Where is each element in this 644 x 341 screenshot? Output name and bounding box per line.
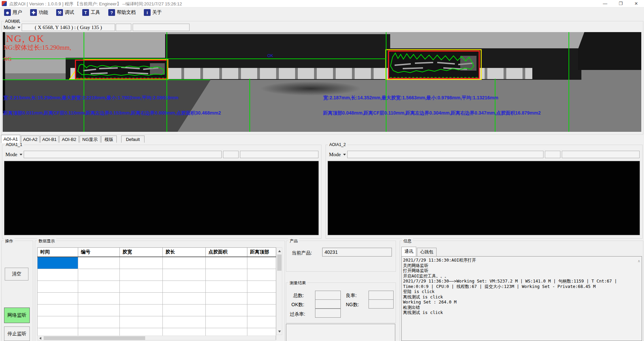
toolbar-button-about[interactable]: i 关于 <box>142 8 163 17</box>
table-cell[interactable] <box>163 281 206 293</box>
table-row[interactable] <box>38 281 276 293</box>
table-cell[interactable] <box>120 269 163 281</box>
table-row[interactable] <box>38 316 276 328</box>
glue-region-right <box>382 46 484 81</box>
panel-left-image[interactable] <box>4 161 319 235</box>
communication-log[interactable]: 2021/7/29 11:36:30:AOI程序打开 关闭网络监听 打开网络监听… <box>401 256 642 341</box>
panel-right-field-3[interactable] <box>562 151 640 158</box>
table-cell[interactable] <box>38 269 78 281</box>
table-cell[interactable] <box>247 257 276 269</box>
log-scroll-up-icon[interactable]: ∧ <box>638 259 640 263</box>
panel-left-field-1[interactable] <box>24 151 222 158</box>
table-cell[interactable] <box>120 281 163 293</box>
column-header-glue-width[interactable]: 胶宽 <box>120 248 163 257</box>
camera-mode-field-wide[interactable] <box>133 24 190 31</box>
table-cell[interactable] <box>163 293 206 305</box>
table-cell[interactable] <box>120 305 163 316</box>
panel-right-field-2[interactable] <box>545 151 560 158</box>
table-cell[interactable] <box>38 293 78 305</box>
table-cell[interactable] <box>78 269 120 281</box>
table-cell[interactable] <box>38 316 78 328</box>
close-button[interactable]: ✕ <box>629 0 644 7</box>
scroll-left-icon[interactable] <box>39 337 41 340</box>
tab-ng-display[interactable]: NG显示 <box>80 136 101 143</box>
table-cell[interactable] <box>78 293 120 305</box>
table-cell[interactable] <box>120 257 163 269</box>
crosshair-vertical-6 <box>569 32 569 132</box>
scrollbar-thumb[interactable] <box>44 336 145 340</box>
network-listen-button[interactable]: 网络监听 <box>4 308 30 323</box>
tab-aoi-b1[interactable]: AOI-B1 <box>40 136 59 143</box>
tab-heartbeat[interactable]: 心跳包 <box>417 248 437 256</box>
table-cell[interactable] <box>247 269 276 281</box>
panel-left-mode-dropdown[interactable]: Mode <box>5 151 22 158</box>
tab-communication[interactable]: 通讯 <box>401 247 416 256</box>
maximize-button[interactable]: ❐ <box>613 0 628 7</box>
table-cell[interactable] <box>206 305 247 316</box>
camera-mode-field-small[interactable] <box>116 24 131 31</box>
table-cell[interactable] <box>163 257 206 269</box>
table-cell[interactable] <box>206 269 247 281</box>
ng-flag-text: NG <box>3 56 12 63</box>
toolbar-button-function[interactable]: ✚ 功能 <box>29 8 49 17</box>
panel-right-image[interactable] <box>328 161 640 235</box>
table-cell[interactable] <box>38 257 78 269</box>
table-cell[interactable] <box>78 257 120 269</box>
table-cell[interactable] <box>247 316 276 328</box>
table-cell[interactable] <box>247 305 276 316</box>
mode-label: Mode <box>3 25 15 30</box>
table-cell[interactable] <box>163 316 206 328</box>
toolbar-button-help[interactable]: ? 帮助文档 <box>107 8 137 17</box>
table-row[interactable] <box>38 257 276 269</box>
table-cell[interactable] <box>163 305 206 316</box>
table-cell[interactable] <box>206 316 247 328</box>
table-horizontal-scrollbar[interactable] <box>37 336 276 340</box>
column-header-glue-length[interactable]: 胶长 <box>163 248 206 257</box>
tab-aoi-b2[interactable]: AOI-B2 <box>59 136 79 143</box>
panel-left-field-3[interactable] <box>240 151 318 158</box>
scroll-up-icon[interactable] <box>278 250 281 252</box>
scroll-down-icon[interactable] <box>278 331 281 333</box>
table-cell[interactable] <box>247 281 276 293</box>
column-header-glue-area[interactable]: 点胶面积 <box>206 248 247 257</box>
tab-default[interactable]: Default <box>121 136 145 143</box>
operation-group: 操作 <box>1 241 33 341</box>
stop-listen-button[interactable]: 停止监听 <box>4 326 30 341</box>
tab-template[interactable]: 模版 <box>101 136 117 143</box>
table-cell[interactable] <box>78 305 120 316</box>
tab-aoi-a2[interactable]: AOI-A2 <box>21 136 40 143</box>
table-row[interactable] <box>38 305 276 316</box>
table-cell[interactable] <box>38 305 78 316</box>
toolbar-button-debug[interactable]: ⚒ 调试 <box>55 8 75 17</box>
clear-button[interactable]: 清空 <box>5 268 28 281</box>
minimize-button[interactable]: — <box>598 0 613 7</box>
table-cell[interactable] <box>206 293 247 305</box>
table-row[interactable] <box>38 269 276 281</box>
table-row[interactable] <box>38 293 276 305</box>
table-cell[interactable] <box>120 316 163 328</box>
table-cell[interactable] <box>78 316 120 328</box>
column-header-top-distance[interactable]: 距离顶部 <box>247 248 276 257</box>
panel-right-mode-dropdown[interactable]: Mode <box>329 151 346 158</box>
column-header-time[interactable]: 时间 <box>38 248 78 257</box>
camera-mode-dropdown[interactable]: Mode <box>3 24 20 31</box>
table-vertical-scrollbar[interactable] <box>276 247 282 335</box>
table-cell[interactable] <box>206 281 247 293</box>
column-header-id[interactable]: 编号 <box>78 248 120 257</box>
table-cell[interactable] <box>247 293 276 305</box>
table-cell[interactable] <box>38 281 78 293</box>
panel-right-field-1[interactable] <box>347 151 543 158</box>
current-product-input[interactable] <box>322 248 392 257</box>
table-cell[interactable] <box>163 269 206 281</box>
table-cell[interactable] <box>78 281 120 293</box>
toolbar-button-user[interactable]: ☻ 用户 <box>3 8 23 17</box>
panel-left-field-2[interactable] <box>223 151 239 158</box>
scrollbar-thumb[interactable] <box>277 254 282 271</box>
tab-aoi-a1[interactable]: AOI-A1 <box>1 135 20 143</box>
total-value-box <box>315 291 341 300</box>
table-cell[interactable] <box>206 257 247 269</box>
camera-image[interactable]: NG, OK NG:胶体过长:15.290mm, NG OK 宽:2.215mm… <box>3 32 641 132</box>
toolbar-button-tools[interactable]: T 工具 <box>81 8 102 17</box>
table-cell[interactable] <box>120 293 163 305</box>
aoi-panel-left-label: AOIA1_1 <box>4 142 24 147</box>
